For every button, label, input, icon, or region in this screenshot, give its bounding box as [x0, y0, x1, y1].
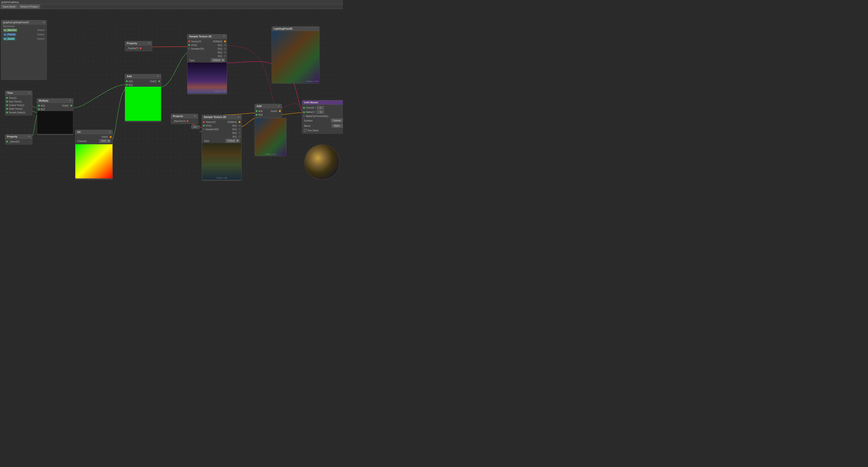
maintex-type: Texture	[37, 29, 44, 31]
save-asset-button[interactable]: Save Asset	[1, 5, 18, 9]
unlit-master-node: Unlit Master ▼ Color(3) X 1 Alpha(1) X 0…	[302, 100, 343, 134]
particle-port: _Particle(T)	[125, 46, 152, 50]
add2-header: Add ▼	[255, 104, 282, 108]
port-unlit-alpha-in[interactable]	[303, 111, 305, 113]
blackboard-item-speed: ● _Speed Vector2	[1, 37, 46, 41]
port-unlit-alphaclip-in[interactable]	[303, 115, 305, 117]
st2-a-row: A(1)	[202, 135, 241, 138]
port-st2-tex-in[interactable]	[203, 121, 205, 123]
port-st1-r-out[interactable]	[224, 44, 226, 46]
particle-type: Texture	[37, 33, 44, 36]
port-time-out[interactable]	[6, 97, 8, 99]
unlit-blend-row: Blend Alpha Premultiply	[302, 123, 343, 128]
small-mona-preview: CGWELL.COM	[255, 118, 286, 156]
port-multiply-a-in[interactable]	[38, 105, 40, 106]
port-add2-out[interactable]	[279, 110, 281, 112]
port-st2-r-out[interactable]	[239, 125, 241, 127]
blackboard-item-maintex: ● _MainTex Texture	[1, 28, 46, 32]
blackboard-add-button[interactable]: +	[43, 21, 44, 24]
port-st1-tex-in[interactable]	[188, 40, 190, 42]
port-st1-b-out[interactable]	[224, 52, 226, 53]
port-smoothdelta-out[interactable]	[6, 111, 8, 113]
st1-sampler-row: Sampler(SS) G(1)	[187, 47, 227, 51]
port-speed-out[interactable]	[6, 141, 8, 142]
port-st1-uv-in[interactable]	[188, 44, 190, 46]
port-st2-sampler-in[interactable]	[203, 128, 205, 130]
port-st2-uv-in[interactable]	[203, 125, 205, 127]
port-add2-b-in[interactable]	[256, 114, 257, 115]
time-node: Time ▼ Time(1) Sine Time(1) Cosine Time(…	[5, 91, 32, 115]
blackboard-title: graphs/LightingFlow2D	[3, 21, 29, 24]
port-add1-a-in[interactable]	[126, 80, 128, 82]
add1-node: Add ▼ A(2) Out(2) B(2)	[125, 74, 161, 122]
speed-type: Vector2	[37, 38, 44, 40]
uv-channel-select[interactable]: UV0 UV1	[99, 139, 111, 143]
speed-port: _Speed(2)	[5, 140, 32, 143]
port-add2-a-in[interactable]	[256, 110, 257, 112]
unlit-surface-row: Surface Opaque Transparent	[302, 118, 343, 123]
time-port-delta: Delta Time(1)	[5, 107, 32, 110]
uv01-reroute[interactable]: UV0↑	[191, 125, 199, 129]
multiply-header: Multiply ▼	[37, 99, 73, 103]
time-port-smooth: Smooth Delta(1)	[5, 110, 32, 114]
toolbar: Save Asset Show In Project	[0, 4, 343, 9]
port-st1-g-out[interactable]	[224, 48, 226, 49]
uv-header: UV ▼	[75, 130, 113, 134]
port-st1-rgba-out[interactable]	[224, 40, 226, 42]
port-sinetime-out[interactable]	[6, 101, 8, 102]
add2-row-a: A(4) Out(4)	[255, 109, 282, 113]
st1-texture-row: Texture(T) RGBA(4)	[187, 40, 227, 43]
two-sided-checkbox[interactable]	[304, 129, 307, 132]
property-maintex-node: Property ▼ _MainTex(T)	[171, 114, 198, 124]
port-st2-b-out[interactable]	[239, 132, 241, 134]
st2-texture-row: Texture(T) RGBA(4)	[202, 120, 241, 124]
port-st2-g-out[interactable]	[239, 128, 241, 130]
add1-row-b: B(2)	[125, 83, 161, 87]
surface-select[interactable]: Opaque Transparent	[331, 119, 343, 123]
blackboard-item-particle: ● _Particle Texture	[1, 32, 46, 37]
sample-texture-2-body: Texture(T) RGBA(4) UV(2) R(1)	[202, 119, 241, 180]
time-port-sine: Sine Time(1)	[5, 100, 32, 103]
maintex-tag: ● _MainTex	[3, 29, 17, 32]
port-st1-a-out[interactable]	[224, 55, 226, 57]
blend-select[interactable]: Alpha Premultiply	[332, 124, 343, 128]
port-st2-a-out[interactable]	[239, 136, 241, 137]
canvas-area[interactable]: graphs/LightingFlow2D + Blackboard ● _Ma…	[0, 9, 343, 183]
add1-preview	[125, 87, 161, 121]
port-multiply-b-in[interactable]	[38, 108, 40, 110]
sample-texture-1-header: Sample Texture 2D ▼	[187, 34, 227, 39]
st2-type-select[interactable]: Default	[225, 139, 240, 143]
blackboard-label: Blackboard	[1, 25, 46, 28]
property-maintex-body: _MainTex(T)	[171, 118, 198, 124]
port-maintex-out[interactable]	[186, 120, 188, 122]
show-in-project-button[interactable]: Show In Project	[19, 5, 40, 9]
unlit-twosided-row: Two Sided	[302, 128, 343, 132]
port-add1-b-in[interactable]	[126, 84, 128, 86]
property-particle-node: Property ▼ _Particle(T)	[125, 41, 152, 51]
add2-node: Add ▼ A(4) Out(4) B(4)	[255, 104, 282, 118]
port-st2-rgba-out[interactable]	[239, 121, 241, 123]
sphere-preview	[304, 144, 340, 180]
add2-row-b: B(4)	[255, 113, 282, 116]
port-multiply-out[interactable]	[70, 105, 72, 106]
title-bar: graphs/Lighting...	[0, 0, 343, 4]
time-node-header: Time ▼	[5, 91, 32, 95]
port-add1-out[interactable]	[158, 80, 160, 82]
st2-type-row: Type Default	[202, 138, 241, 143]
port-deltatime-out[interactable]	[6, 108, 8, 110]
uv-out-row: Out(4)	[75, 135, 113, 139]
st1-b-row: B(1)	[187, 51, 227, 54]
st2-sampler-row: Sampler(SS) G(1)	[202, 128, 241, 131]
speed-tag: ● _Speed	[3, 37, 15, 40]
st2-uv-row: UV(2) R(1)	[202, 124, 241, 128]
sample-texture-2-node: Sample Texture 2D ▼ Texture(T) RGBA(4) U…	[202, 115, 242, 181]
blackboard-panel: graphs/LightingFlow2D + Blackboard ● _Ma…	[1, 20, 47, 80]
st1-uv-row: UV(2) R(1)	[187, 43, 227, 47]
port-uv-out[interactable]	[110, 136, 112, 138]
port-st1-sampler-in[interactable]	[188, 48, 190, 49]
port-cosinetime-out[interactable]	[6, 104, 8, 106]
st1-type-select[interactable]: Default	[211, 58, 225, 62]
port-particle-out[interactable]	[140, 47, 142, 49]
port-unlit-color-in[interactable]	[303, 107, 305, 109]
property-particle-body: _Particle(T)	[125, 45, 152, 51]
